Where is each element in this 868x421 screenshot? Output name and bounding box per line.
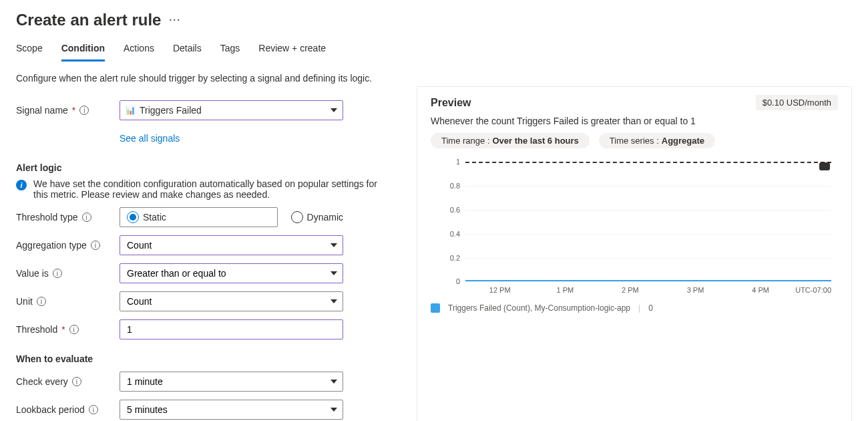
info-icon[interactable]: i (89, 405, 98, 414)
radio-dynamic[interactable]: Dynamic (291, 211, 343, 223)
preview-title: Preview (431, 97, 471, 109)
see-all-signals-link[interactable]: See all signals (120, 133, 180, 144)
tab-scope[interactable]: Scope (16, 39, 43, 60)
tab-tags[interactable]: Tags (220, 39, 240, 60)
info-icon[interactable]: i (79, 106, 89, 115)
required-indicator: * (61, 324, 65, 335)
threshold-handle[interactable] (819, 162, 830, 170)
radio-static[interactable]: Static (120, 207, 278, 227)
lookback-select[interactable] (120, 400, 343, 420)
threshold-input[interactable] (120, 319, 343, 339)
tabs: Scope Condition Actions Details Tags Rev… (16, 39, 852, 61)
aggregation-type-select[interactable] (120, 235, 343, 255)
check-every-select[interactable] (120, 372, 343, 392)
series-line (465, 280, 831, 281)
tab-review[interactable]: Review + create (258, 39, 326, 60)
info-icon: i (16, 180, 27, 190)
info-icon[interactable]: i (91, 241, 100, 250)
lookback-label: Lookback period (16, 404, 85, 415)
tab-details[interactable]: Details (173, 39, 202, 60)
page-title: Create an alert rule (16, 11, 161, 29)
legend-swatch (431, 303, 440, 313)
tab-actions[interactable]: Actions (124, 39, 154, 60)
tab-condition[interactable]: Condition (61, 39, 105, 60)
alert-logic-heading: Alert logic (16, 162, 390, 173)
value-is-label: Value is (16, 268, 49, 279)
threshold-type-label: Threshold type (16, 212, 78, 223)
more-actions-icon[interactable]: ··· (169, 15, 181, 25)
info-icon[interactable]: i (72, 377, 81, 386)
metric-icon: 📊 (126, 106, 136, 115)
timezone-label: UTC-07:00 (795, 286, 831, 294)
required-indicator: * (72, 105, 75, 116)
signal-name-value: Triggers Failed (140, 105, 202, 116)
unit-select[interactable] (120, 291, 343, 311)
time-series-pill[interactable]: Time series :Aggregate (599, 133, 715, 148)
preview-chart: 1 0.8 0.6 0.4 0.2 0 12 PM 1 PM 2 PM 3 PM… (431, 158, 838, 298)
time-range-pill[interactable]: Time range :Over the last 6 hours (431, 133, 590, 148)
aggregation-type-label: Aggregation type (16, 240, 87, 251)
unit-label: Unit (16, 296, 33, 307)
subhead-text: Configure when the alert rule should tri… (16, 73, 852, 84)
info-icon[interactable]: i (53, 269, 62, 278)
info-icon[interactable]: i (82, 213, 91, 222)
when-evaluate-heading: When to evaluate (16, 354, 390, 364)
check-every-label: Check every (16, 376, 68, 387)
info-icon[interactable]: i (37, 297, 46, 306)
preview-panel: Preview $0.10 USD/month Whenever the cou… (417, 86, 852, 421)
signal-name-label: Signal name (16, 105, 68, 116)
cost-badge: $0.10 USD/month (756, 95, 838, 110)
legend-value: 0 (648, 303, 653, 313)
threshold-label: Threshold (16, 324, 57, 335)
value-is-select[interactable] (120, 263, 343, 283)
info-icon[interactable]: i (69, 325, 79, 334)
threshold-line (465, 162, 831, 163)
condition-summary: Whenever the count Triggers Failed is gr… (431, 116, 838, 126)
legend-series-label: Triggers Failed (Count), My-Consumption-… (448, 303, 630, 313)
signal-name-select[interactable]: 📊 Triggers Failed (120, 100, 343, 120)
info-banner-text: We have set the condition configuration … (33, 178, 390, 200)
